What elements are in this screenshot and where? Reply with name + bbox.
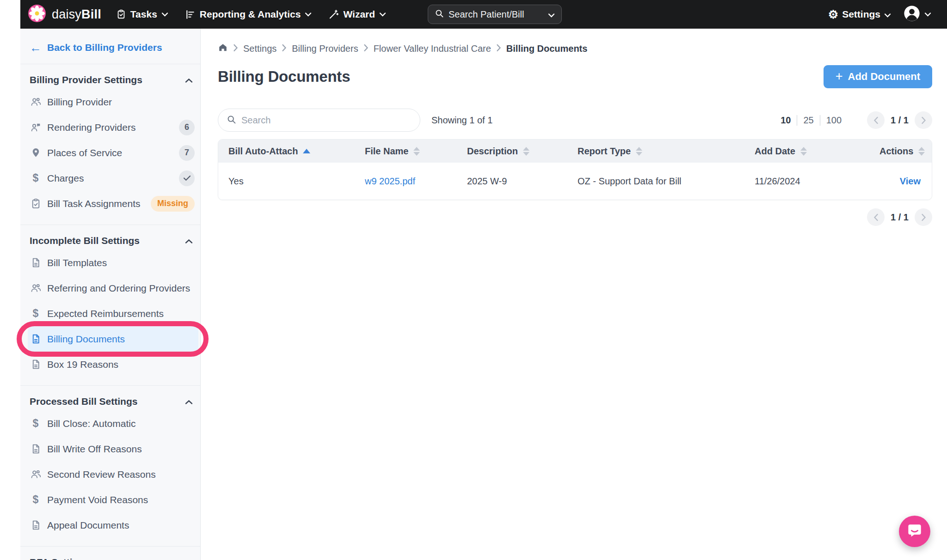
daisy-flower-icon	[28, 4, 46, 24]
document-icon	[30, 519, 42, 531]
column-header-add-date[interactable]: Add Date	[744, 146, 869, 157]
complete-check-badge	[179, 170, 195, 186]
chevron-up-icon	[185, 74, 193, 85]
column-header-report-type[interactable]: Report Type	[567, 146, 744, 157]
count-badge: 7	[179, 145, 195, 161]
column-header-bill-auto-attach[interactable]: Bill Auto-Attach	[218, 146, 355, 157]
sidebar-item-referring-ordering-providers[interactable]: Referring and Ordering Providers	[20, 275, 200, 301]
nav-tasks[interactable]: Tasks	[116, 9, 168, 20]
page-size-10[interactable]: 10	[775, 115, 797, 126]
daisybill-logo[interactable]: daisyBill	[28, 4, 101, 24]
clipboard-check-icon	[30, 198, 42, 209]
plus-icon: +	[836, 70, 843, 83]
chevron-down-icon	[379, 12, 386, 17]
section-header-rfa-settings[interactable]: RFA Settings	[20, 553, 200, 560]
sidebar-item-payment-void-reasons[interactable]: $ Payment Void Reasons	[20, 487, 200, 512]
sidebar-item-label: Rendering Providers	[47, 122, 135, 133]
showing-count: Showing 1 of 1	[431, 115, 492, 126]
sidebar-item-charges[interactable]: $ Charges	[20, 165, 200, 191]
chevron-up-icon	[185, 396, 193, 407]
column-label: Report Type	[578, 146, 631, 157]
sort-icon	[523, 147, 529, 156]
bottom-pager: 1 / 1	[867, 208, 932, 226]
gear-icon: ⚙	[828, 9, 838, 20]
sort-asc-icon	[303, 149, 310, 153]
sidebar-item-bill-task-assignments[interactable]: Bill Task Assignments Missing	[20, 191, 200, 216]
count-badge: 6	[179, 120, 195, 135]
home-icon[interactable]	[218, 43, 228, 55]
section-header-incomplete-bill-settings[interactable]: Incomplete Bill Settings	[20, 231, 200, 250]
document-icon	[30, 257, 42, 268]
cell-file-name: w9 2025.pdf	[355, 176, 457, 187]
sidebar-item-box-19-reasons[interactable]: Box 19 Reasons	[20, 352, 200, 377]
sidebar-item-second-review-reasons[interactable]: Second Review Reasons	[20, 462, 200, 487]
page-size-25[interactable]: 25	[797, 115, 819, 126]
sort-icon	[636, 147, 642, 156]
next-page-button[interactable]	[915, 208, 932, 226]
arrow-left-icon: ←	[30, 42, 42, 54]
toolbar-right: 10 25 100 1 / 1	[775, 111, 932, 129]
section-title: Billing Provider Settings	[30, 74, 142, 85]
cell-report-type: OZ - Support Data for Bill	[567, 176, 744, 187]
next-page-button[interactable]	[915, 111, 932, 129]
view-link[interactable]: View	[900, 176, 921, 186]
sidebar-item-label: Billing Provider	[47, 97, 112, 108]
breadcrumb-flower-valley-industrial-care[interactable]: Flower Valley Industrial Care	[374, 43, 491, 54]
column-label: Actions	[879, 146, 913, 157]
bottom-pager-row: 1 / 1	[218, 208, 932, 226]
sidebar-item-rendering-providers[interactable]: Rendering Providers 6	[20, 115, 200, 140]
page-title: Billing Documents	[218, 68, 350, 85]
sidebar-item-label: Referring and Ordering Providers	[47, 283, 190, 294]
sidebar-item-label: Bill Write Off Reasons	[47, 444, 142, 455]
section-title: Processed Bill Settings	[30, 396, 137, 407]
table-toolbar: Showing 1 of 1 10 25 100 1 / 1	[218, 109, 932, 132]
section-processed-bill-settings: Processed Bill Settings $ Bill Close: Au…	[20, 385, 200, 546]
section-header-processed-bill-settings[interactable]: Processed Bill Settings	[20, 392, 200, 411]
page-size-selector: 10 25 100	[775, 115, 848, 126]
account-menu[interactable]	[903, 5, 931, 24]
sidebar-item-bill-write-off-reasons[interactable]: Bill Write Off Reasons	[20, 436, 200, 462]
sidebar-item-places-of-service[interactable]: Places of Service 7	[20, 140, 200, 165]
document-icon	[30, 359, 42, 370]
column-header-description[interactable]: Description	[457, 146, 567, 157]
section-header-billing-provider-settings[interactable]: Billing Provider Settings	[20, 71, 200, 89]
sidebar-item-appeal-documents[interactable]: Appeal Documents	[20, 512, 200, 538]
sidebar-item-billing-provider[interactable]: Billing Provider	[20, 89, 200, 115]
column-header-actions[interactable]: Actions	[869, 146, 932, 157]
chat-launcher-button[interactable]	[899, 516, 930, 547]
file-name-link[interactable]: w9 2025.pdf	[365, 176, 415, 186]
sort-icon	[800, 147, 807, 156]
search-input[interactable]	[241, 115, 412, 126]
nav-reporting-analytics[interactable]: Reporting & Analytics	[185, 9, 312, 20]
add-document-button[interactable]: + Add Document	[824, 65, 932, 88]
sidebar-item-label: Payment Void Reasons	[47, 494, 148, 505]
chevron-right-icon	[363, 43, 369, 54]
wizard-wand-icon	[328, 9, 339, 20]
settings-menu[interactable]: ⚙ Settings	[828, 9, 891, 20]
cell-add-date: 11/26/2024	[744, 176, 869, 187]
prev-page-button[interactable]	[867, 111, 885, 129]
nav-wizard[interactable]: Wizard	[328, 9, 386, 20]
sidebar-item-label: Places of Service	[47, 147, 122, 158]
sidebar-item-bill-templates[interactable]: Bill Templates	[20, 250, 200, 275]
main-content: Settings Billing Providers Flower Valley…	[201, 29, 947, 560]
column-label: File Name	[365, 146, 408, 157]
column-header-file-name[interactable]: File Name	[355, 146, 457, 157]
sidebar-item-bill-close-automatic[interactable]: $ Bill Close: Automatic	[20, 411, 200, 436]
breadcrumb-billing-providers[interactable]: Billing Providers	[292, 43, 358, 54]
breadcrumb-settings[interactable]: Settings	[243, 43, 277, 54]
people-icon	[30, 469, 42, 480]
provider-chat-icon	[30, 122, 42, 133]
nav-label: Reporting & Analytics	[200, 9, 301, 20]
back-link-label: Back to Billing Providers	[47, 42, 162, 53]
page-size-100[interactable]: 100	[820, 115, 848, 126]
chevron-right-icon	[233, 43, 238, 54]
back-to-billing-providers-link[interactable]: ← Back to Billing Providers	[20, 29, 200, 64]
dollar-icon: $	[30, 172, 42, 184]
prev-page-button[interactable]	[867, 208, 885, 226]
sidebar-item-billing-documents[interactable]: Billing Documents	[28, 326, 198, 352]
chevron-up-icon	[185, 235, 193, 246]
search-patient-bill[interactable]: Search Patient/Bill	[428, 5, 562, 24]
sidebar-item-expected-reimbursements[interactable]: $ Expected Reimbursements	[20, 301, 200, 326]
cell-description: 2025 W-9	[457, 176, 567, 187]
